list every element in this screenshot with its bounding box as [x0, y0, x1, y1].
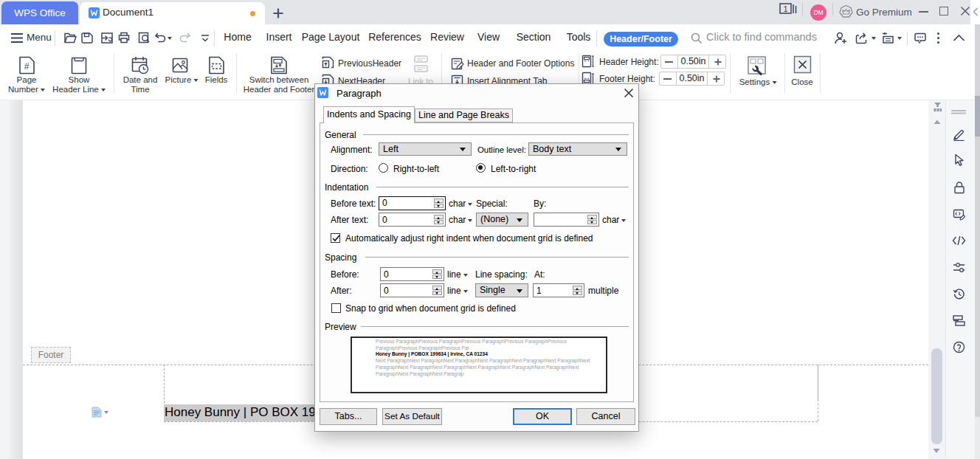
svg-text:1: 1: [783, 4, 787, 13]
svg-text:#: #: [24, 61, 30, 72]
